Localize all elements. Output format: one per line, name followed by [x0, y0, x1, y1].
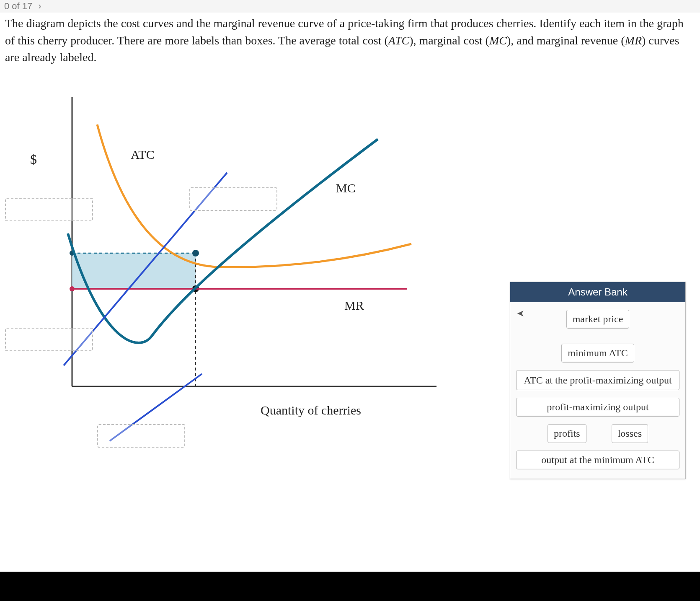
dropzone-upper-y[interactable]: [5, 198, 93, 221]
mc-curve: [68, 139, 378, 343]
answer-bank-panel: Answer Bank ➤ market price minimum ATC A…: [510, 282, 686, 479]
dropzone-mid[interactable]: [189, 187, 277, 211]
mr-curve-label: MR: [344, 298, 364, 313]
question-fragment: ), marginal cost (: [409, 34, 489, 47]
progress-text: 0 of 17: [4, 1, 32, 12]
answer-market-price[interactable]: market price: [566, 310, 630, 329]
y-axis-label: $: [30, 152, 37, 167]
footer-bar: [0, 572, 700, 601]
answer-bank-title: Answer Bank: [510, 282, 685, 302]
dropzone-lower-y[interactable]: [5, 328, 93, 351]
mc-term: MC: [489, 34, 507, 47]
answer-profits[interactable]: profits: [548, 424, 586, 443]
next-chevron-icon[interactable]: ›: [38, 1, 41, 12]
question-text: The diagram depicts the cost curves and …: [5, 15, 695, 66]
page-progress-bar: 0 of 17 ›: [0, 0, 700, 13]
pointer-icon: ➤: [517, 308, 524, 319]
answer-losses[interactable]: losses: [612, 424, 648, 443]
atc-at-q-point: [192, 250, 199, 256]
atc-term: ATC: [388, 34, 409, 47]
answer-minimum-atc[interactable]: minimum ATC: [561, 344, 634, 363]
mc-curve-label: MC: [336, 181, 356, 195]
cost-curves-chart: $ Quantity of cherries ATC MC MR: [43, 85, 453, 445]
dropzone-below-x[interactable]: [97, 424, 185, 448]
x-axis-label: Quantity of cherries: [261, 403, 361, 417]
answer-atc-at-pm-output[interactable]: ATC at the profit-maximizing output: [516, 370, 679, 390]
chart-svg: [43, 85, 453, 445]
question-fragment: ), and marginal revenue (: [507, 34, 625, 47]
answer-bank-body: ➤ market price minimum ATC ATC at the pr…: [510, 302, 685, 479]
content-area: The diagram depicts the cost curves and …: [0, 13, 700, 572]
answer-output-min-atc[interactable]: output at the minimum ATC: [516, 451, 679, 469]
atc-curve-label: ATC: [131, 148, 155, 162]
mr-term: MR: [625, 34, 642, 47]
diagram-stage: $ Quantity of cherries ATC MC MR Answer …: [5, 72, 695, 500]
answer-pm-output[interactable]: profit-maximizing output: [516, 398, 679, 417]
